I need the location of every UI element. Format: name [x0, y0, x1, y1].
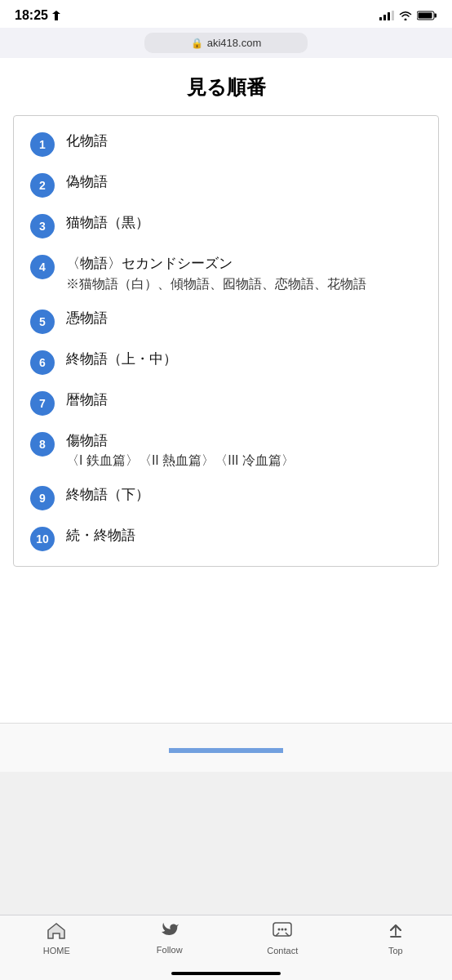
svg-rect-1	[379, 17, 382, 20]
item-text-9: 終物語（下）	[66, 484, 149, 506]
list-item: 10 続・終物語	[30, 525, 422, 551]
bottom-nav: HOME Follow Contact	[0, 915, 452, 972]
contact-icon	[273, 922, 292, 943]
nav-item-home[interactable]: HOME	[0, 922, 113, 956]
number-badge-8: 8	[30, 432, 55, 457]
list-item: 3 猫物語（黒）	[30, 212, 422, 238]
list-item: 1 化物語	[30, 131, 422, 157]
item-text-1: 化物語	[66, 131, 108, 152]
nav-label-top: Top	[388, 946, 403, 956]
item-content-2: 偽物語	[66, 172, 108, 193]
item-text-6: 終物語（上・中）	[66, 349, 177, 370]
time-display: 18:25	[15, 8, 48, 23]
item-content-8: 傷物語 〈I 鉄血篇〉〈II 熱血篇〉〈III 冷血篇〉	[66, 430, 295, 470]
nav-label-home: HOME	[43, 946, 70, 956]
item-sub-8: 〈I 鉄血篇〉〈II 熱血篇〉〈III 冷血篇〉	[66, 452, 295, 470]
browser-bar: 🔒 aki418.com	[0, 28, 452, 58]
svg-rect-7	[419, 13, 432, 19]
home-icon	[47, 922, 66, 943]
item-content-4: 〈物語〉セカンドシーズン ※猫物語（白）、傾物語、囮物語、恋物語、花物語	[66, 253, 366, 293]
item-content-10: 続・終物語	[66, 525, 135, 546]
lock-icon: 🔒	[191, 38, 203, 49]
nav-item-contact[interactable]: Contact	[226, 922, 339, 956]
number-badge-6: 6	[30, 350, 55, 375]
follow-icon	[160, 923, 179, 942]
svg-rect-4	[392, 11, 394, 20]
wifi-icon	[399, 11, 412, 20]
nav-label-follow: Follow	[157, 945, 183, 955]
page-content: 見る順番 1 化物語 2 偽物語 3 猫物語（黒） 4 〈物語〉セカンドシーズン	[0, 58, 452, 723]
item-content-7: 暦物語	[66, 390, 108, 411]
list-item: 8 傷物語 〈I 鉄血篇〉〈II 熱血篇〉〈III 冷血篇〉	[30, 430, 422, 470]
item-text-8: 傷物語	[66, 430, 295, 452]
list-item: 9 終物語（下）	[30, 484, 422, 510]
item-text-2: 偽物語	[66, 172, 108, 193]
partial-content: ▬▬▬▬▬▬▬	[169, 738, 283, 757]
number-badge-5: 5	[30, 310, 55, 334]
status-icons	[379, 11, 437, 20]
number-badge-3: 3	[30, 214, 55, 238]
item-text-4: 〈物語〉セカンドシーズン	[66, 253, 366, 274]
list-item: 6 終物語（上・中）	[30, 349, 422, 375]
svg-point-9	[278, 929, 281, 931]
svg-rect-3	[388, 12, 390, 20]
item-text-7: 暦物語	[66, 390, 108, 411]
nav-item-top[interactable]: Top	[339, 922, 453, 956]
number-badge-2: 2	[30, 173, 55, 198]
list-item: 7 暦物語	[30, 390, 422, 416]
location-icon	[52, 11, 60, 20]
number-badge-4: 4	[30, 255, 55, 279]
nav-item-follow[interactable]: Follow	[113, 923, 227, 955]
status-bar: 18:25	[0, 0, 452, 28]
item-content-6: 終物語（上・中）	[66, 349, 177, 370]
item-content-1: 化物語	[66, 131, 108, 152]
item-content-9: 終物語（下）	[66, 484, 149, 506]
number-badge-9: 9	[30, 486, 55, 510]
svg-point-10	[281, 929, 284, 931]
item-content-5: 憑物語	[66, 308, 108, 329]
home-indicator-container	[0, 972, 452, 980]
partial-section: ▬▬▬▬▬▬▬	[0, 723, 452, 772]
page-title: 見る順番	[13, 74, 439, 100]
list-container: 1 化物語 2 偽物語 3 猫物語（黒） 4 〈物語〉セカンドシーズン ※猫物語…	[13, 115, 439, 567]
number-badge-1: 1	[30, 132, 55, 157]
item-text-10: 続・終物語	[66, 525, 135, 546]
item-sub-4: ※猫物語（白）、傾物語、囮物語、恋物語、花物語	[66, 276, 366, 293]
svg-rect-2	[383, 15, 386, 20]
battery-icon	[417, 11, 437, 20]
svg-rect-6	[435, 14, 437, 18]
url-text: aki418.com	[207, 37, 261, 49]
status-time: 18:25	[15, 8, 60, 23]
svg-point-11	[285, 929, 287, 931]
top-icon	[387, 922, 405, 943]
spacer	[0, 772, 452, 915]
svg-marker-0	[52, 11, 60, 20]
list-item: 2 偽物語	[30, 172, 422, 198]
nav-label-contact: Contact	[267, 946, 298, 956]
list-item: 4 〈物語〉セカンドシーズン ※猫物語（白）、傾物語、囮物語、恋物語、花物語	[30, 253, 422, 293]
number-badge-7: 7	[30, 391, 55, 416]
item-text-5: 憑物語	[66, 308, 108, 329]
item-text-3: 猫物語（黒）	[66, 212, 149, 234]
signal-icon	[379, 11, 394, 20]
home-indicator	[171, 972, 281, 975]
number-badge-10: 10	[30, 527, 55, 551]
list-item: 5 憑物語	[30, 308, 422, 334]
url-bar[interactable]: 🔒 aki418.com	[144, 33, 308, 53]
item-content-3: 猫物語（黒）	[66, 212, 149, 234]
